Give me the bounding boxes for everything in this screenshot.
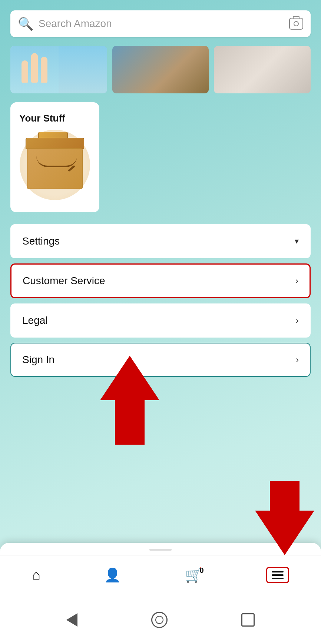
nav-home[interactable]: ⌂ [32,567,40,583]
your-stuff-title: Your Stuff [19,113,90,124]
search-icon: 🔍 [18,16,33,31]
sign-in-label: Sign In [22,354,54,366]
chevron-right-icon: › [295,276,298,286]
search-bar[interactable]: 🔍 Search Amazon [10,10,311,37]
back-button[interactable] [66,613,77,627]
nav-bar: ⌂ 👤 🛒 0 [0,555,321,596]
svg-marker-0 [100,356,159,445]
person-icon: 👤 [104,567,121,583]
your-stuff-card[interactable]: Your Stuff [10,102,99,212]
svg-marker-1 [255,481,314,555]
amazon-box-image [23,133,86,196]
menu-list: Settings ▾ Customer Service › Legal › Si… [10,224,311,377]
chevron-down-icon: ▾ [295,236,299,246]
banner-image-3[interactable] [214,46,311,93]
system-nav [0,596,321,644]
red-down-arrow-annotation [255,481,314,555]
nav-cart[interactable]: 🛒 0 [185,567,202,583]
nav-profile[interactable]: 👤 [104,567,121,583]
nav-menu[interactable] [266,567,289,583]
chevron-right-icon-2: › [296,315,299,326]
banner-images-row [10,46,311,93]
sheet-handle [149,549,172,551]
your-stuff-box-area [19,128,90,202]
chevron-right-icon-3: › [296,355,299,365]
home-icon: ⌂ [32,567,40,583]
settings-label: Settings [22,235,60,247]
recent-apps-button[interactable] [241,613,255,627]
camera-icon[interactable] [289,18,303,30]
banner-image-1[interactable] [10,46,107,93]
customer-service-label: Customer Service [23,275,105,287]
red-up-arrow-annotation [93,356,167,445]
settings-menu-item[interactable]: Settings ▾ [10,224,311,258]
customer-service-menu-item[interactable]: Customer Service › [10,263,311,298]
menu-icon [272,571,284,579]
cart-badge: 0 [199,566,203,575]
search-input[interactable]: Search Amazon [39,18,284,30]
legal-label: Legal [22,315,48,326]
banner-image-2[interactable] [112,46,209,93]
menu-icon-box [266,567,289,583]
legal-menu-item[interactable]: Legal › [10,303,311,338]
home-button[interactable] [151,612,168,628]
